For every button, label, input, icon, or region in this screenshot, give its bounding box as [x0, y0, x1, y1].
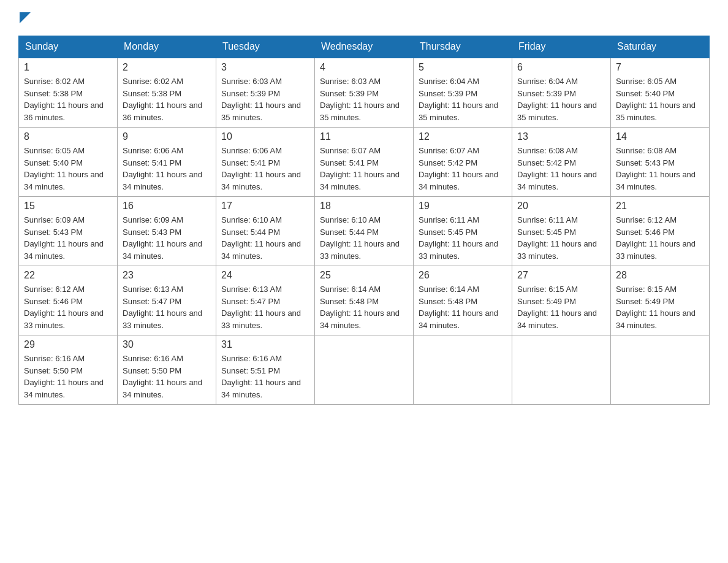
day-number: 16 [123, 201, 211, 212]
day-info: Sunrise: 6:14 AM Sunset: 5:48 PM Dayligh… [320, 283, 408, 331]
day-info: Sunrise: 6:15 AM Sunset: 5:49 PM Dayligh… [517, 283, 605, 331]
day-number: 11 [320, 131, 408, 142]
day-info: Sunrise: 6:16 AM Sunset: 5:51 PM Dayligh… [221, 353, 309, 400]
day-info: Sunrise: 6:04 AM Sunset: 5:39 PM Dayligh… [419, 75, 507, 123]
day-info: Sunrise: 6:12 AM Sunset: 5:46 PM Dayligh… [24, 283, 112, 331]
day-number: 29 [24, 339, 112, 350]
day-number: 31 [221, 339, 309, 350]
day-number: 1 [24, 62, 112, 73]
day-info: Sunrise: 6:11 AM Sunset: 5:45 PM Dayligh… [517, 214, 605, 262]
calendar-week-row: 15 Sunrise: 6:09 AM Sunset: 5:43 PM Dayl… [19, 197, 710, 266]
day-info: Sunrise: 6:16 AM Sunset: 5:50 PM Dayligh… [123, 353, 211, 400]
logo-arrow-icon [20, 12, 31, 23]
calendar-cell: 18 Sunrise: 6:10 AM Sunset: 5:44 PM Dayl… [315, 197, 414, 266]
day-info: Sunrise: 6:08 AM Sunset: 5:42 PM Dayligh… [517, 145, 605, 193]
day-info: Sunrise: 6:03 AM Sunset: 5:39 PM Dayligh… [320, 75, 408, 123]
calendar-cell: 21 Sunrise: 6:12 AM Sunset: 5:46 PM Dayl… [611, 197, 710, 266]
calendar-cell: 15 Sunrise: 6:09 AM Sunset: 5:43 PM Dayl… [19, 197, 118, 266]
day-info: Sunrise: 6:10 AM Sunset: 5:44 PM Dayligh… [320, 214, 408, 262]
calendar-cell: 31 Sunrise: 6:16 AM Sunset: 5:51 PM Dayl… [216, 335, 315, 405]
calendar-header-row: SundayMondayTuesdayWednesdayThursdayFrid… [19, 36, 710, 58]
day-info: Sunrise: 6:09 AM Sunset: 5:43 PM Dayligh… [24, 214, 112, 262]
day-number: 3 [221, 62, 309, 73]
day-number: 17 [221, 201, 309, 212]
day-info: Sunrise: 6:06 AM Sunset: 5:41 PM Dayligh… [221, 145, 309, 193]
day-number: 26 [419, 270, 507, 281]
day-number: 4 [320, 62, 408, 73]
calendar-table: SundayMondayTuesdayWednesdayThursdayFrid… [18, 36, 710, 405]
day-number: 24 [221, 270, 309, 281]
calendar-cell: 11 Sunrise: 6:07 AM Sunset: 5:41 PM Dayl… [315, 128, 414, 197]
calendar-cell: 2 Sunrise: 6:02 AM Sunset: 5:38 PM Dayli… [118, 58, 216, 128]
calendar-cell: 20 Sunrise: 6:11 AM Sunset: 5:45 PM Dayl… [512, 197, 611, 266]
calendar-cell: 10 Sunrise: 6:06 AM Sunset: 5:41 PM Dayl… [216, 128, 315, 197]
day-number: 8 [24, 131, 112, 142]
day-info: Sunrise: 6:05 AM Sunset: 5:40 PM Dayligh… [616, 75, 704, 123]
calendar-cell [611, 335, 710, 405]
calendar-cell: 25 Sunrise: 6:14 AM Sunset: 5:48 PM Dayl… [315, 266, 414, 335]
calendar-cell: 28 Sunrise: 6:15 AM Sunset: 5:49 PM Dayl… [611, 266, 710, 335]
calendar-cell: 19 Sunrise: 6:11 AM Sunset: 5:45 PM Dayl… [414, 197, 512, 266]
day-number: 2 [123, 62, 211, 73]
calendar-cell: 22 Sunrise: 6:12 AM Sunset: 5:46 PM Dayl… [19, 266, 118, 335]
day-number: 6 [517, 62, 605, 73]
day-number: 12 [419, 131, 507, 142]
day-info: Sunrise: 6:04 AM Sunset: 5:39 PM Dayligh… [517, 75, 605, 123]
day-number: 28 [616, 270, 704, 281]
day-info: Sunrise: 6:03 AM Sunset: 5:39 PM Dayligh… [221, 75, 309, 123]
day-info: Sunrise: 6:06 AM Sunset: 5:41 PM Dayligh… [123, 145, 211, 193]
day-number: 14 [616, 131, 704, 142]
day-info: Sunrise: 6:07 AM Sunset: 5:41 PM Dayligh… [320, 145, 408, 193]
calendar-cell: 23 Sunrise: 6:13 AM Sunset: 5:47 PM Dayl… [118, 266, 216, 335]
col-header-friday: Friday [512, 36, 611, 58]
day-number: 20 [517, 201, 605, 212]
day-info: Sunrise: 6:08 AM Sunset: 5:43 PM Dayligh… [616, 145, 704, 193]
day-info: Sunrise: 6:07 AM Sunset: 5:42 PM Dayligh… [419, 145, 507, 193]
calendar-cell: 30 Sunrise: 6:16 AM Sunset: 5:50 PM Dayl… [118, 335, 216, 405]
calendar-cell: 14 Sunrise: 6:08 AM Sunset: 5:43 PM Dayl… [611, 128, 710, 197]
day-info: Sunrise: 6:12 AM Sunset: 5:46 PM Dayligh… [616, 214, 704, 262]
page-header [18, 12, 710, 23]
calendar-cell: 3 Sunrise: 6:03 AM Sunset: 5:39 PM Dayli… [216, 58, 315, 128]
calendar-week-row: 29 Sunrise: 6:16 AM Sunset: 5:50 PM Dayl… [19, 335, 710, 405]
col-header-wednesday: Wednesday [315, 36, 414, 58]
day-number: 15 [24, 201, 112, 212]
day-info: Sunrise: 6:05 AM Sunset: 5:40 PM Dayligh… [24, 145, 112, 193]
calendar-week-row: 1 Sunrise: 6:02 AM Sunset: 5:38 PM Dayli… [19, 58, 710, 128]
calendar-cell: 29 Sunrise: 6:16 AM Sunset: 5:50 PM Dayl… [19, 335, 118, 405]
col-header-saturday: Saturday [611, 36, 710, 58]
day-number: 25 [320, 270, 408, 281]
calendar-cell: 1 Sunrise: 6:02 AM Sunset: 5:38 PM Dayli… [19, 58, 118, 128]
day-info: Sunrise: 6:13 AM Sunset: 5:47 PM Dayligh… [123, 283, 211, 331]
day-info: Sunrise: 6:14 AM Sunset: 5:48 PM Dayligh… [419, 283, 507, 331]
day-number: 5 [419, 62, 507, 73]
svg-marker-0 [20, 12, 31, 23]
day-number: 23 [123, 270, 211, 281]
day-info: Sunrise: 6:15 AM Sunset: 5:49 PM Dayligh… [616, 283, 704, 331]
calendar-cell: 8 Sunrise: 6:05 AM Sunset: 5:40 PM Dayli… [19, 128, 118, 197]
calendar-cell: 6 Sunrise: 6:04 AM Sunset: 5:39 PM Dayli… [512, 58, 611, 128]
calendar-cell [315, 335, 414, 405]
calendar-cell: 9 Sunrise: 6:06 AM Sunset: 5:41 PM Dayli… [118, 128, 216, 197]
day-info: Sunrise: 6:11 AM Sunset: 5:45 PM Dayligh… [419, 214, 507, 262]
calendar-cell: 27 Sunrise: 6:15 AM Sunset: 5:49 PM Dayl… [512, 266, 611, 335]
col-header-monday: Monday [118, 36, 216, 58]
day-number: 30 [123, 339, 211, 350]
calendar-cell: 24 Sunrise: 6:13 AM Sunset: 5:47 PM Dayl… [216, 266, 315, 335]
day-number: 22 [24, 270, 112, 281]
day-number: 21 [616, 201, 704, 212]
col-header-thursday: Thursday [414, 36, 512, 58]
day-number: 18 [320, 201, 408, 212]
day-number: 7 [616, 62, 704, 73]
calendar-cell [512, 335, 611, 405]
calendar-week-row: 8 Sunrise: 6:05 AM Sunset: 5:40 PM Dayli… [19, 128, 710, 197]
day-info: Sunrise: 6:02 AM Sunset: 5:38 PM Dayligh… [24, 75, 112, 123]
day-number: 9 [123, 131, 211, 142]
day-number: 27 [517, 270, 605, 281]
calendar-cell: 16 Sunrise: 6:09 AM Sunset: 5:43 PM Dayl… [118, 197, 216, 266]
calendar-cell: 26 Sunrise: 6:14 AM Sunset: 5:48 PM Dayl… [414, 266, 512, 335]
calendar-cell: 7 Sunrise: 6:05 AM Sunset: 5:40 PM Dayli… [611, 58, 710, 128]
calendar-cell [414, 335, 512, 405]
day-info: Sunrise: 6:02 AM Sunset: 5:38 PM Dayligh… [123, 75, 211, 123]
col-header-tuesday: Tuesday [216, 36, 315, 58]
